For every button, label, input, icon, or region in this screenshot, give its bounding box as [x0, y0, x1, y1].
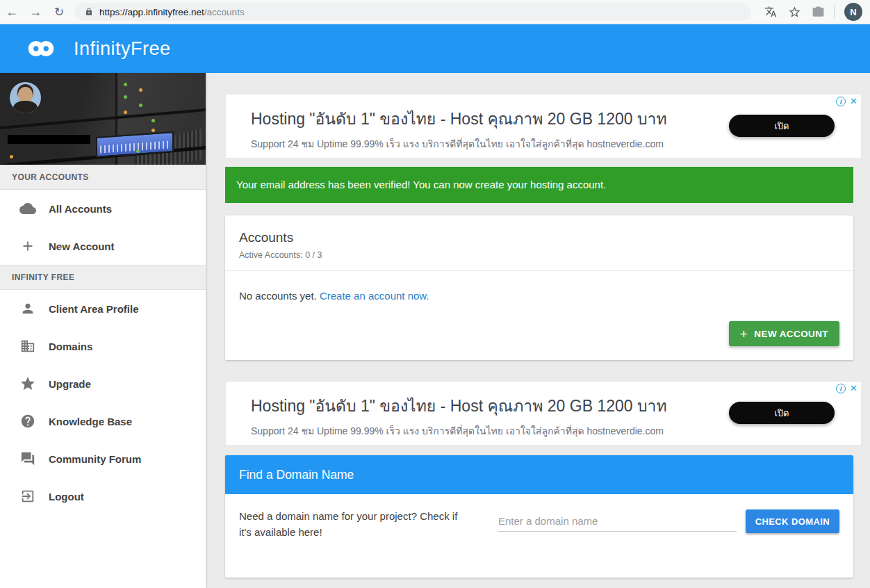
- url-path: /accounts: [204, 7, 245, 17]
- sidebar-item-label: All Accounts: [49, 203, 112, 215]
- main-content: Hosting "อันดับ 1" ของไทย - Host คุณภาพ …: [206, 73, 870, 588]
- adchoices-info-icon[interactable]: i: [836, 384, 846, 393]
- server-leds-decoration: [124, 83, 127, 86]
- ad-open-button[interactable]: เปิด: [729, 115, 835, 137]
- star-icon: [19, 375, 36, 392]
- ad-subtitle: Support 24 ชม Uptime 99.99% เร็ว แรง บริ…: [251, 423, 861, 439]
- sidebar-item-label: Upgrade: [49, 378, 91, 390]
- accounts-card-header: Accounts Active Accounts: 0 / 3: [225, 215, 853, 271]
- create-account-link[interactable]: Create an account now.: [320, 290, 429, 302]
- ad-close-icon[interactable]: ✕: [850, 384, 857, 393]
- browser-profile-avatar[interactable]: N: [844, 3, 862, 21]
- translate-icon[interactable]: [759, 6, 782, 18]
- accounts-title: Accounts: [239, 230, 839, 245]
- accounts-card-body: No accounts yet. Create an account now.: [225, 271, 853, 320]
- ad-subtitle: Support 24 ชม Uptime 99.99% เร็ว แรง บริ…: [251, 136, 861, 152]
- find-domain-body: Need a domain name for your project? Che…: [225, 494, 853, 578]
- accounts-card: Accounts Active Accounts: 0 / 3 No accou…: [225, 215, 853, 360]
- address-bar[interactable]: https://app.infinityfree.net/accounts: [75, 3, 750, 21]
- plus-icon: +: [740, 327, 748, 341]
- no-accounts-text: No accounts yet.: [239, 290, 317, 302]
- ad-banner-top[interactable]: Hosting "อันดับ 1" ของไทย - Host คุณภาพ …: [225, 94, 862, 158]
- cloud-icon: [19, 200, 36, 217]
- app-header: InfinityFree: [0, 24, 870, 73]
- domain-name-input[interactable]: [498, 511, 737, 532]
- brand-title: InfinityFree: [74, 38, 171, 60]
- sidebar-item-client-area-profile[interactable]: Client Area Profile: [0, 290, 206, 327]
- sidebar-item-community-forum[interactable]: Community Forum: [0, 440, 206, 477]
- logout-icon: [19, 488, 36, 505]
- sidebar-item-domains[interactable]: Domains: [0, 327, 206, 365]
- url-host: https://app.infinityfree.net: [99, 7, 204, 17]
- adchoices-controls: i ✕: [836, 384, 857, 393]
- sidebar-item-label: Logout: [49, 491, 84, 503]
- section-infinity-free: INFINITY FREE: [0, 265, 206, 290]
- help-icon: [19, 413, 36, 430]
- sidebar-item-label: Knowledge Base: [49, 416, 132, 427]
- browser-toolbar: ← → ↻ https://app.infinityfree.net/accou…: [0, 0, 870, 24]
- person-icon: [19, 300, 36, 317]
- domain-building-icon: [19, 338, 36, 354]
- toolbar-divider: [834, 6, 835, 18]
- browser-forward-button[interactable]: →: [24, 5, 47, 19]
- infinity-logo-icon: [18, 35, 64, 63]
- browser-reload-button[interactable]: ↻: [47, 5, 71, 19]
- ad-open-button[interactable]: เปิด: [729, 402, 835, 424]
- browser-actions: N: [759, 3, 862, 21]
- plus-icon: [19, 238, 36, 254]
- find-domain-description: Need a domain name for your project? Che…: [239, 508, 468, 541]
- forum-icon: [19, 450, 36, 467]
- sidebar-item-knowledge-base[interactable]: Knowledge Base: [0, 402, 206, 440]
- sidebar: YOUR ACCOUNTS All Accounts New Account I…: [0, 73, 206, 588]
- profile-name-redacted: [8, 135, 90, 144]
- section-your-accounts: YOUR ACCOUNTS: [0, 165, 206, 190]
- browser-back-button[interactable]: ←: [0, 5, 24, 19]
- email-verified-alert: Your email address has been verified! Yo…: [225, 167, 853, 203]
- bookmark-star-icon[interactable]: [782, 6, 806, 19]
- sidebar-item-label: New Account: [49, 240, 114, 252]
- lock-icon: [85, 7, 93, 17]
- url-text: https://app.infinityfree.net/accounts: [99, 7, 245, 17]
- new-account-button[interactable]: + NEW ACCOUNT: [729, 321, 839, 346]
- ad-close-icon[interactable]: ✕: [850, 97, 857, 106]
- camera-icon[interactable]: [806, 6, 830, 19]
- sidebar-item-new-account[interactable]: New Account: [0, 227, 206, 265]
- sidebar-item-all-accounts[interactable]: All Accounts: [0, 190, 206, 227]
- adchoices-controls: i ✕: [836, 97, 857, 106]
- ad-banner-bottom[interactable]: Hosting "อันดับ 1" ของไทย - Host คุณภาพ …: [225, 381, 862, 446]
- adchoices-info-icon[interactable]: i: [836, 97, 846, 106]
- sidebar-item-label: Community Forum: [49, 453, 141, 465]
- sidebar-item-upgrade[interactable]: Upgrade: [0, 365, 206, 402]
- active-accounts-count: Active Accounts: 0 / 3: [239, 250, 839, 260]
- sidebar-item-logout[interactable]: Logout: [0, 477, 206, 515]
- sidebar-item-label: Client Area Profile: [49, 303, 138, 315]
- sidebar-item-label: Domains: [49, 341, 92, 352]
- new-account-button-label: NEW ACCOUNT: [754, 329, 828, 339]
- check-domain-button[interactable]: CHECK DOMAIN: [746, 509, 839, 533]
- find-domain-title: Find a Domain Name: [225, 455, 853, 494]
- user-avatar[interactable]: [10, 82, 41, 113]
- profile-panel: [0, 73, 206, 165]
- find-domain-card: Find a Domain Name Need a domain name fo…: [225, 455, 853, 578]
